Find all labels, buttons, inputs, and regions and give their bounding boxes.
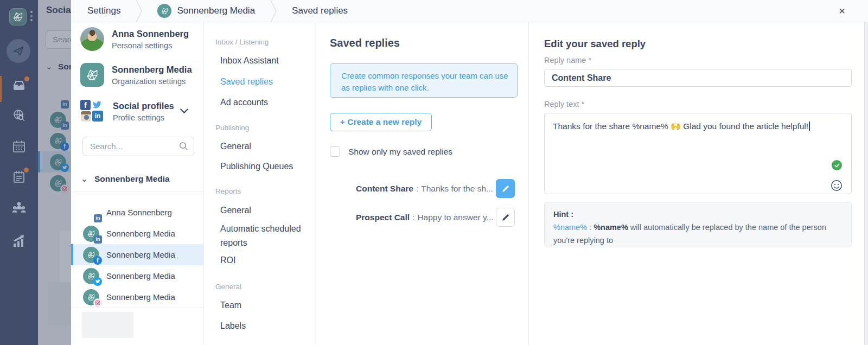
show-only-mine-checkbox[interactable] <box>330 146 340 157</box>
profile-search-input[interactable] <box>83 137 175 155</box>
edit-reply-button-active[interactable] <box>496 179 515 198</box>
scroll-gutter <box>864 22 868 345</box>
linkedin-badge-icon: in <box>94 235 102 244</box>
calendar-icon[interactable] <box>0 139 38 154</box>
community-icon[interactable] <box>0 200 38 216</box>
nav-item-labels[interactable]: Labels <box>220 321 246 331</box>
reports-notification-dot <box>24 168 29 173</box>
info-banner: Create common responses your team can us… <box>330 63 518 98</box>
modal-dim-overlay <box>38 0 71 345</box>
listening-search-icon[interactable] <box>0 108 38 123</box>
user-avatar <box>80 27 104 51</box>
nav-item-inbox-assistant[interactable]: Inbox Assistant <box>220 56 279 66</box>
modal-header: Settings Sonnenberg Media Saved replies <box>71 0 868 22</box>
hint-body: %name% : %name% will automatically be re… <box>553 221 843 247</box>
screen: Social Search... ⌄Sonnenberg Media in An… <box>0 0 868 345</box>
entity-title: Social profiles <box>113 101 174 111</box>
app-sidebar <box>0 0 38 345</box>
inbox-notification-dot <box>24 76 29 81</box>
stats-chart-icon[interactable] <box>0 233 38 250</box>
page-title: Saved replies <box>330 37 400 49</box>
saved-reply-row[interactable]: Content Share : Thanks for the sh... <box>330 179 517 199</box>
close-icon[interactable]: × <box>839 4 845 17</box>
breadcrumb-separator-icon <box>136 0 142 22</box>
nav-item-team[interactable]: Team <box>220 301 241 310</box>
breadcrumb-settings[interactable]: Settings <box>87 5 120 16</box>
nav-section-publishing: Publishing <box>215 124 249 132</box>
inbox-icon[interactable] <box>0 78 38 93</box>
edit-reply-button[interactable] <box>496 208 515 227</box>
hint-title: Hint : <box>553 208 843 221</box>
reply-name-input[interactable] <box>544 69 852 87</box>
breadcrumb-org-avatar <box>157 4 171 18</box>
nav-item-automatic-scheduled-reports[interactable]: Automatic scheduled reports <box>220 222 307 250</box>
settings-nav: Inbox / Listening Inbox Assistant Saved … <box>204 22 316 345</box>
emoji-picker-icon[interactable] <box>831 180 843 191</box>
entity-subtitle: Organization settings <box>112 77 192 86</box>
reply-name-label: Reply name * <box>544 56 591 65</box>
account-row-twitter[interactable]: Sonnenberg Media <box>71 265 204 286</box>
editor-title: Edit your saved reply <box>544 38 646 50</box>
publish-plane-icon[interactable] <box>7 39 30 63</box>
account-group-header[interactable]: ⌄ Sonnenberg Media <box>81 174 170 184</box>
reports-notes-icon[interactable] <box>0 169 38 184</box>
reply-text-input[interactable]: Thanks for the share %name%🙌Glad you fou… <box>544 113 852 194</box>
create-reply-button[interactable]: + Create a new reply <box>330 113 432 131</box>
entity-subtitle: Profile settings <box>113 113 174 122</box>
text-cursor <box>809 122 810 131</box>
reply-editor-panel: Edit your saved reply Reply name * Reply… <box>529 22 864 345</box>
social-networks-cluster-icon: f in <box>80 99 105 124</box>
linkedin-badge-icon: in <box>94 214 102 222</box>
chevron-down-icon: ⌄ <box>81 174 88 184</box>
hint-box: Hint : %name% : %name% will automaticall… <box>544 202 852 247</box>
breadcrumb-saved-replies[interactable]: Saved replies <box>292 5 348 16</box>
twitter-badge-icon <box>93 277 102 286</box>
entity-subtitle: Personal settings <box>112 41 189 50</box>
account-row-facebook-selected[interactable]: f Sonnenberg Media <box>71 244 204 265</box>
filter-row: Show only my saved replies <box>330 146 452 157</box>
org-logo-icon[interactable] <box>9 8 27 25</box>
nav-section-reports: Reports <box>215 187 241 195</box>
settings-profile-panel: Anna Sonnenberg Personal settings Sonnen… <box>71 22 204 345</box>
saved-reply-row[interactable]: Prospect Call : Happy to answer y... <box>330 208 517 227</box>
valid-check-icon <box>832 160 842 170</box>
nav-section-general: General <box>215 283 241 291</box>
divider <box>71 191 204 192</box>
list-footer-placeholder <box>82 312 133 338</box>
kebab-menu-icon[interactable] <box>30 11 33 23</box>
checkbox-label: Show only my saved replies <box>348 147 452 157</box>
divider <box>71 308 204 308</box>
social-profiles-entry[interactable]: f in Social profiles Profile settings <box>80 99 197 124</box>
account-row-instagram[interactable]: Sonnenberg Media <box>71 286 204 308</box>
profile-search <box>82 137 194 156</box>
breadcrumb-organization[interactable]: Sonnenberg Media <box>177 5 255 16</box>
facebook-badge-icon: f <box>93 256 102 265</box>
account-row-linkedin[interactable]: in Sonnenberg Media <box>71 223 204 244</box>
nav-item-publishing-queues[interactable]: Publishing Queues <box>220 162 293 171</box>
personal-settings-entry[interactable]: Anna Sonnenberg Personal settings <box>80 27 197 51</box>
entity-title: Anna Sonnenberg <box>112 29 189 39</box>
nav-item-saved-replies[interactable]: Saved replies <box>220 77 273 87</box>
instagram-badge-icon <box>93 298 102 307</box>
organization-logo <box>80 63 104 87</box>
raised-hands-emoji: 🙌 <box>671 122 681 131</box>
nav-section-inbox-listening: Inbox / Listening <box>215 38 269 46</box>
nav-item-reports-general[interactable]: General <box>220 206 251 215</box>
account-row-linkedin-personal[interactable]: in Anna Sonnenberg <box>71 202 204 223</box>
organization-settings-entry[interactable]: Sonnenberg Media Organization settings <box>80 63 197 87</box>
breadcrumb-separator-icon <box>270 0 277 22</box>
nav-item-roi[interactable]: ROI <box>220 255 235 265</box>
entity-title: Sonnenberg Media <box>112 65 192 75</box>
nav-item-ad-accounts[interactable]: Ad accounts <box>220 98 268 107</box>
reply-text-label: Reply text * <box>544 100 584 108</box>
background-app: Social Search... ⌄Sonnenberg Media in An… <box>38 0 71 345</box>
nav-item-publishing-general[interactable]: General <box>220 142 251 151</box>
saved-replies-panel: Saved replies Create common responses yo… <box>316 22 529 345</box>
chevron-down-icon[interactable] <box>180 108 188 113</box>
search-icon[interactable] <box>178 141 188 151</box>
